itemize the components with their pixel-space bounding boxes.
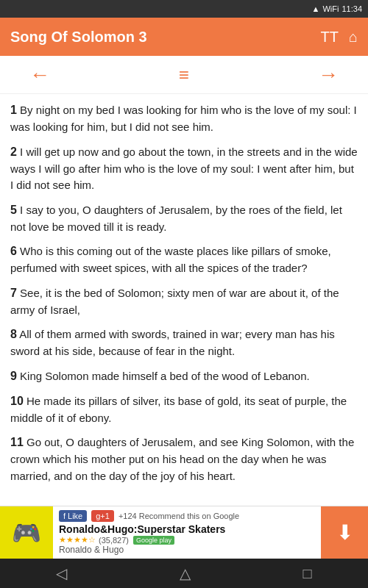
ad-like-button[interactable]: f Like [59, 510, 87, 522]
verse-number: 9 [10, 370, 17, 382]
verse-text: He made its pillars of silver, its base … [10, 395, 347, 424]
verse-item: 2 I will get up now and go about the tow… [10, 143, 358, 194]
verse-item: 7 See, it is the bed of Solomon; sixty m… [10, 284, 358, 319]
verse-text: By night on my bed I was looking for him… [10, 104, 357, 133]
next-chapter-button[interactable]: → [318, 63, 339, 87]
verse-item: 10 He made its pillars of silver, its ba… [10, 392, 358, 427]
ad-recommend-text: +124 Recommend this on Google [118, 512, 239, 520]
verse-text: All of them armed with swords, trained i… [10, 328, 335, 357]
verse-number: 8 [10, 328, 17, 340]
ad-gplus-button[interactable]: g+1 [91, 510, 114, 522]
download-icon: ⬇ [336, 520, 353, 545]
prev-chapter-button[interactable]: ← [29, 63, 50, 87]
ad-content: f Like g+1 +124 Recommend this on Google… [53, 506, 321, 559]
ad-rating-row: ★★★★☆ (35,827) Google play [59, 535, 315, 545]
ad-developer: Ronaldo & Hugo [59, 545, 315, 555]
signal-icon: ▲ [312, 4, 320, 13]
verse-number: 7 [10, 287, 17, 299]
ad-app-icon: 🎮 [0, 506, 53, 559]
facebook-icon: f [63, 512, 66, 520]
verse-item: 1 By night on my bed I was looking for h… [10, 101, 358, 136]
ad-rating-count: (35,827) [99, 536, 129, 545]
verse-number: 10 [10, 395, 24, 407]
gplus-label: g+1 [96, 512, 110, 520]
verse-item: 6 Who is this coming out of the waste pl… [10, 243, 358, 277]
bible-content: 1 By night on my bed I was looking for h… [0, 94, 368, 491]
verse-text: I say to you, O daughters of Jerusalem, … [10, 204, 342, 233]
verse-item: 5 I say to you, O daughters of Jerusalem… [10, 201, 358, 236]
time-display: 11:34 [342, 4, 362, 13]
verse-number: 1 [10, 104, 17, 116]
home-button[interactable]: △ [180, 564, 191, 582]
verse-item: 11 Go out, O daughters of Jerusalem, and… [10, 434, 358, 484]
verse-text: King Solomon made himself a bed of the w… [20, 370, 310, 382]
verse-number: 5 [10, 204, 17, 216]
page-title: Song Of Solomon 3 [10, 29, 147, 46]
verse-number: 6 [10, 245, 17, 257]
verse-number: 11 [10, 436, 24, 448]
home-icon[interactable]: ⌂ [349, 29, 358, 46]
verse-text: Who is this coming out of the waste plac… [10, 245, 331, 274]
ad-banner[interactable]: 🎮 f Like g+1 +124 Recommend this on Goog… [0, 506, 368, 559]
ad-download-button[interactable]: ⬇ [321, 506, 368, 559]
verse-number: 2 [10, 146, 17, 158]
like-label: Like [68, 512, 82, 520]
header-actions: TT ⌂ [320, 29, 358, 46]
recents-button[interactable]: □ [303, 565, 312, 582]
status-icons: ▲ WiFi 11:34 [312, 4, 362, 13]
font-size-icon[interactable]: TT [320, 29, 338, 46]
chapter-menu-button[interactable]: ≡ [179, 65, 189, 85]
ad-social-row: f Like g+1 +124 Recommend this on Google [59, 510, 315, 522]
back-button[interactable]: ◁ [56, 564, 67, 582]
ad-stars: ★★★★☆ [59, 535, 96, 545]
app-header: Song Of Solomon 3 TT ⌂ [0, 18, 368, 56]
verse-item: 9 King Solomon made himself a bed of the… [10, 368, 358, 385]
verse-text: Go out, O daughters of Jerusalem, and se… [10, 436, 354, 482]
ad-app-title: Ronaldo&Hugo:Superstar Skaters [59, 523, 315, 535]
verse-text: See, it is the bed of Solomon; sixty men… [10, 287, 339, 316]
wifi-icon: WiFi [322, 4, 339, 13]
verse-text: I will get up now and go about the town,… [10, 146, 358, 192]
bottom-navigation: ◁ △ □ [0, 559, 368, 588]
status-bar: ▲ WiFi 11:34 [0, 0, 368, 18]
verse-item: 8 All of them armed with swords, trained… [10, 326, 358, 360]
ad-play-store-label: Google play [133, 536, 174, 545]
chapter-nav: ← ≡ → [0, 56, 368, 94]
